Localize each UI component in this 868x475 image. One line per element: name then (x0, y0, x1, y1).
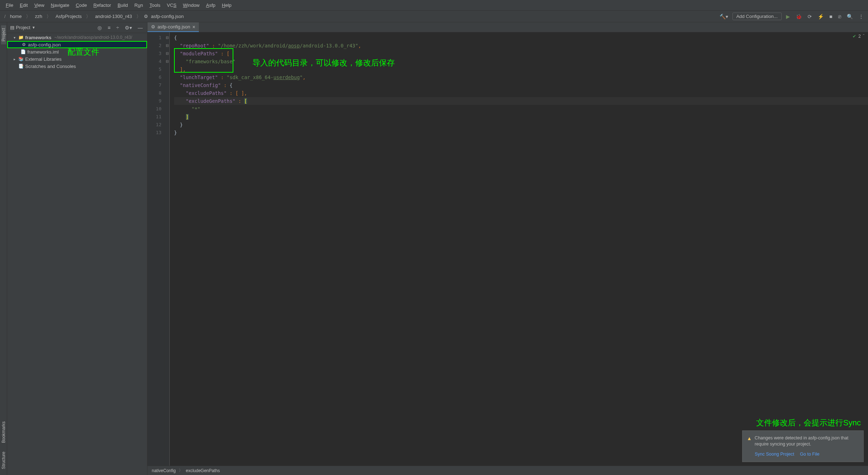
breadcrumb-root-sep: / (3, 14, 7, 19)
search-icon[interactable]: 🔍 (845, 13, 854, 20)
breadcrumb-zzh[interactable]: zzh (33, 13, 44, 20)
line-number-gutter: 12345678910111213 (147, 32, 165, 466)
breadcrumb-asfpprojects[interactable]: AsfpProjects (54, 13, 83, 20)
tree-item-external-libs[interactable]: ▸ 📚 External Libraries (7, 55, 147, 63)
library-icon: 📚 (18, 56, 24, 61)
expand-arrow-icon[interactable]: ▾ (14, 36, 18, 40)
sync-project-link[interactable]: Sync Soong Project (755, 451, 794, 458)
tree-item-frameworks[interactable]: ▾ 📁 frameworks ~/work/android/aosp/andro… (7, 34, 147, 41)
menu-refactor[interactable]: Refactor (91, 2, 114, 9)
stop-icon[interactable]: ■ (828, 13, 834, 20)
iml-file-icon: 📄 (20, 49, 26, 54)
sync-notification: ▲ Changes were detected in asfp-config.j… (742, 430, 864, 462)
menu-code[interactable]: Code (73, 2, 90, 9)
status-crumb-nativeconfig[interactable]: nativeConfig (152, 468, 176, 473)
breadcrumbs: / home 〉 zzh 〉 AsfpProjects 〉 android-13… (3, 13, 718, 20)
chevron-up-icon[interactable]: ˆ (863, 34, 864, 39)
folder-icon: 📁 (18, 35, 24, 40)
editor-status-bar: nativeConfig 〉 excludeGenPaths (147, 466, 868, 475)
debug-icon[interactable]: 🐞 (794, 13, 803, 20)
go-to-file-link[interactable]: Go to File (800, 451, 819, 458)
device-icon[interactable]: ⎚ (837, 13, 842, 20)
expand-arrow-icon[interactable]: ▸ (14, 57, 18, 61)
breadcrumb-home[interactable]: home (9, 13, 23, 20)
config-file-icon: ⚙ (21, 42, 27, 47)
left-tool-gutter: Project Bookmarks Structure (0, 22, 7, 475)
editor-inspection-widget[interactable]: ✔ 2 ˆ (853, 34, 864, 39)
add-configuration-button[interactable]: Add Configuration... (732, 13, 782, 20)
breadcrumb-file[interactable]: asfp-config.json (150, 13, 185, 20)
config-file-icon: ⚙ (151, 24, 155, 29)
editor-area: ⚙ asfp-config.json × 12345678910111213 ⊟… (147, 22, 868, 475)
expand-all-icon[interactable]: ≡ (106, 24, 112, 31)
warning-icon: ▲ (747, 435, 752, 448)
tree-item-scratches[interactable]: 📑 Scratches and Consoles (7, 63, 147, 70)
dropdown-icon: ▼ (32, 26, 35, 29)
tree-item-asfp-config[interactable]: ⚙ asfp-config.json (7, 41, 147, 48)
menu-help[interactable]: Help (219, 2, 234, 9)
toolwindow-bookmarks[interactable]: Bookmarks (1, 419, 6, 446)
check-icon: ✔ (853, 34, 856, 39)
editor-tab-asfp-config[interactable]: ⚙ asfp-config.json × (147, 22, 199, 32)
select-opened-file-icon[interactable]: ◎ (96, 24, 103, 31)
menu-asfp[interactable]: Asfp (203, 2, 218, 9)
profile-icon[interactable]: ⚡ (816, 13, 825, 20)
toolwindow-project[interactable]: Project (1, 25, 6, 44)
run-icon[interactable]: ▶ (785, 13, 791, 20)
file-icon: ⚙ (144, 14, 148, 19)
menu-view[interactable]: View (31, 2, 47, 9)
project-tree[interactable]: ▾ 📁 frameworks ~/work/android/aosp/andro… (7, 33, 147, 475)
breadcrumb-android[interactable]: android-1300_r43 (93, 13, 133, 20)
menu-vcs[interactable]: VCS (164, 2, 179, 9)
menu-tools[interactable]: Tools (147, 2, 163, 9)
status-crumb-excludegenpaths[interactable]: excludeGenPaths (186, 468, 220, 473)
code-editor[interactable]: 12345678910111213 ⊟⊟⊟⊟ { "repoRoot" : "/… (147, 32, 868, 466)
fold-gutter: ⊟⊟⊟⊟ (165, 32, 170, 466)
tree-item-frameworks-iml[interactable]: 📄 frameworks.iml (7, 48, 147, 55)
editor-tab-bar: ⚙ asfp-config.json × (147, 22, 868, 32)
project-view-selector[interactable]: ▤ Project ▼ (10, 25, 35, 30)
code-content[interactable]: { "repoRoot" : "/home/zzh/work/android/a… (170, 32, 868, 466)
menu-run[interactable]: Run (132, 2, 146, 9)
settings-icon[interactable]: ⚙▾ (123, 24, 133, 31)
coverage-icon[interactable]: ⟳ (806, 13, 813, 20)
menu-build[interactable]: Build (115, 2, 131, 9)
notification-text: Changes were detected in asfp-config.jso… (755, 435, 859, 448)
more-icon[interactable]: ⋮ (857, 13, 865, 20)
scratches-icon: 📑 (18, 64, 24, 69)
hide-icon[interactable]: — (136, 24, 144, 31)
nav-bar: / home 〉 zzh 〉 AsfpProjects 〉 android-13… (0, 11, 868, 22)
build-icon[interactable]: 🔨▾ (718, 13, 730, 20)
menu-file[interactable]: File (3, 2, 16, 9)
menu-navigate[interactable]: Navigate (48, 2, 72, 9)
menu-bar: File Edit View Navigate Code Refactor Bu… (0, 0, 868, 11)
collapse-all-icon[interactable]: ÷ (115, 24, 120, 31)
menu-window[interactable]: Window (180, 2, 202, 9)
folder-icon: ▤ (10, 25, 14, 30)
toolwindow-structure[interactable]: Structure (1, 449, 6, 472)
project-panel: ▤ Project ▼ ◎ ≡ ÷ ⚙▾ — ▾ 📁 frameworks ~/… (7, 22, 147, 475)
menu-edit[interactable]: Edit (17, 2, 31, 9)
close-tab-icon[interactable]: × (192, 24, 195, 30)
